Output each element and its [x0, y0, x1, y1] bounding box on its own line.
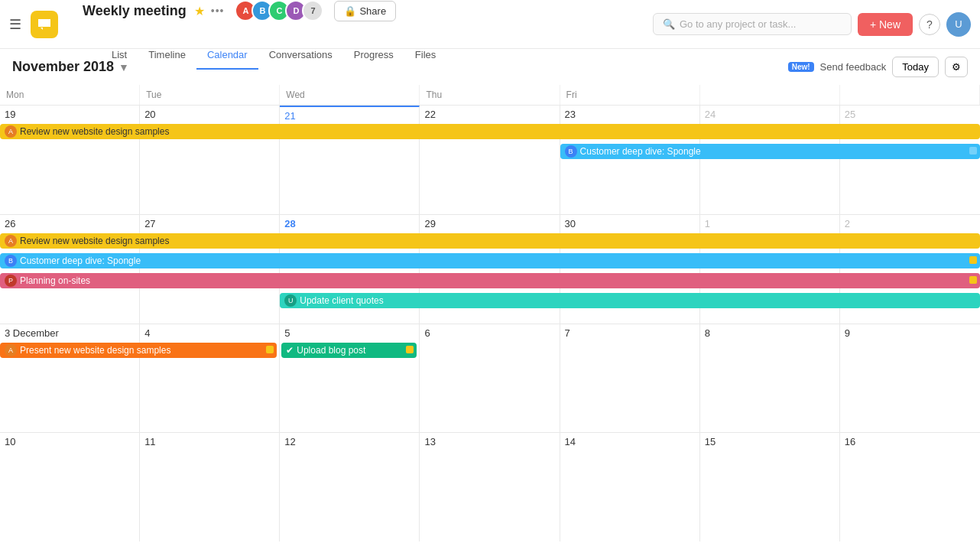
nav-tabs: List Timeline Calendar Conversations Pro…: [101, 21, 446, 70]
top-center: Weekly meeting ★ ••• A B C D 7 🔒 Share L…: [76, 0, 644, 48]
event-spongle-week2[interactable]: B Customer deep dive: Spongle: [0, 253, 980, 268]
week-days-1: 19 20 21 22 23 24 25: [0, 106, 980, 214]
top-left: ☰: [0, 0, 76, 48]
calendar-grid: Mon Tue Wed Thu Fri 19 20 21 22 23 24 25…: [0, 85, 980, 542]
menu-icon[interactable]: ☰: [9, 16, 21, 33]
more-icon[interactable]: •••: [211, 5, 225, 17]
ev-av5: A: [5, 344, 17, 356]
week-row-4: 10 11 12 13 14 15 16: [0, 433, 980, 542]
event-spongle-week1[interactable]: B Customer deep dive: Spongle: [560, 144, 980, 159]
new-label: + New: [870, 18, 900, 31]
month-label: November 2018: [12, 59, 114, 75]
day-24[interactable]: 24: [700, 106, 840, 214]
ev-av4: U: [284, 294, 297, 307]
day-22[interactable]: 22: [420, 106, 560, 214]
project-title: Weekly meeting: [83, 3, 187, 19]
help-button[interactable]: ?: [919, 14, 940, 35]
day-7dec[interactable]: 7: [560, 324, 700, 433]
day-10dec[interactable]: 10: [0, 433, 140, 542]
day-20[interactable]: 20: [140, 106, 280, 214]
week-row-1: 19 20 21 22 23 24 25 A Review new websit…: [0, 106, 980, 215]
search-icon: 🔍: [663, 18, 675, 30]
ev-lbl6: Upload blog post: [297, 345, 365, 356]
ev-pin4: [406, 346, 414, 353]
ev-pin2: [969, 276, 977, 284]
tab-files[interactable]: Files: [404, 41, 446, 70]
ev-lbl4: Update client quotes: [300, 295, 383, 306]
day-14dec[interactable]: 14: [560, 433, 700, 542]
week-row-3: 3 December 4 5 6 7 8 9 A Present new web…: [0, 324, 980, 434]
day-25[interactable]: 25: [840, 106, 980, 214]
event-quotes-week2[interactable]: U Update client quotes: [280, 293, 980, 308]
ev-av2: B: [5, 255, 17, 267]
week-row-2: 26 27 28 29 2 more 30 1 ● 2 ●: [0, 215, 980, 324]
sub-header-right: New! Send feedback Today ⚙: [788, 57, 968, 77]
day-header-thu: Thu: [420, 85, 560, 105]
feedback-link[interactable]: Send feedback: [820, 61, 887, 73]
event-label: Review new website design samples: [20, 126, 169, 137]
tab-calendar[interactable]: Calendar: [196, 41, 258, 70]
event-upload-week3[interactable]: ✔ Upload blog post: [281, 343, 417, 358]
month-title[interactable]: November 2018 ▼: [12, 59, 129, 75]
ev-av: A: [5, 235, 17, 247]
avatar-count: 7: [302, 0, 323, 21]
title-area: Weekly meeting ★ ••• A B C D 7 🔒 Share: [83, 0, 396, 21]
ev-lbl5: Present new website design samples: [20, 345, 170, 356]
star-icon[interactable]: ★: [194, 4, 205, 18]
day-header-sat: [700, 85, 840, 105]
search-bar[interactable]: 🔍 Go to any project or task...: [653, 13, 852, 35]
day-19[interactable]: 19: [0, 106, 140, 214]
day-5dec[interactable]: 5: [280, 324, 420, 433]
day-26[interactable]: 26: [0, 215, 140, 324]
user-avatar[interactable]: U: [946, 12, 971, 37]
day-15dec[interactable]: 15: [700, 433, 840, 542]
event-review-week2[interactable]: A Review new website design samples: [0, 233, 980, 249]
day-23[interactable]: 23: [560, 106, 700, 214]
app-logo[interactable]: [31, 11, 58, 38]
ev-lbl: Review new website design samples: [20, 236, 169, 246]
day-11dec[interactable]: 11: [140, 433, 280, 542]
day-13dec[interactable]: 13: [420, 433, 560, 542]
day-12dec[interactable]: 12: [280, 433, 420, 542]
week-days-3: 3 December 4 5 6 7 8 9: [0, 324, 980, 433]
event-planning-week2[interactable]: P Planning on-sites: [0, 273, 980, 288]
day-6dec[interactable]: 6: [420, 324, 560, 433]
day-21[interactable]: 21: [280, 106, 420, 214]
day-header-tue: Tue: [140, 85, 280, 105]
view-toggle[interactable]: ⚙: [945, 57, 968, 77]
event-avatar: A: [5, 125, 17, 138]
day-headers: Mon Tue Wed Thu Fri: [0, 85, 980, 106]
day-header-sun: [840, 85, 980, 105]
ev-pin: [969, 256, 977, 264]
share-button[interactable]: 🔒 Share: [334, 1, 396, 21]
day-16dec[interactable]: 16: [840, 433, 980, 542]
ev-av3: P: [5, 275, 17, 287]
event-pin: [969, 147, 977, 155]
day-27[interactable]: 27: [140, 215, 280, 324]
event-avatar-2: B: [565, 145, 577, 158]
week-days-4: 10 11 12 13 14 15 16: [0, 433, 980, 542]
day-3dec[interactable]: 3 December: [0, 324, 140, 433]
day-4dec[interactable]: 4: [140, 324, 280, 433]
day-header-wed: Wed: [280, 85, 420, 105]
today-button[interactable]: Today: [892, 57, 939, 77]
search-placeholder: Go to any project or task...: [680, 18, 796, 30]
event-present-week3[interactable]: A Present new website design samples: [0, 343, 277, 358]
ev-pin3: [266, 346, 274, 353]
day-header-fri: Fri: [560, 85, 700, 105]
day-8dec[interactable]: 8: [700, 324, 840, 433]
day-header-mon: Mon: [0, 85, 140, 105]
new-badge: New!: [788, 62, 814, 72]
tab-progress[interactable]: Progress: [343, 41, 404, 70]
check-icon: ✔: [286, 345, 294, 356]
event-review-week1[interactable]: A Review new website design samples: [0, 124, 980, 139]
new-button[interactable]: + New: [858, 13, 913, 36]
avatars-group: A B C D 7: [235, 0, 323, 21]
event-label-2: Customer deep dive: Spongle: [580, 146, 701, 157]
ev-lbl3: Planning on-sites: [20, 275, 90, 286]
tab-timeline[interactable]: Timeline: [138, 41, 196, 70]
day-9dec[interactable]: 9: [840, 324, 980, 433]
top-right: 🔍 Go to any project or task... + New ? U: [644, 0, 980, 48]
tab-conversations[interactable]: Conversations: [258, 41, 343, 70]
chevron-down-icon: ▼: [118, 61, 129, 73]
